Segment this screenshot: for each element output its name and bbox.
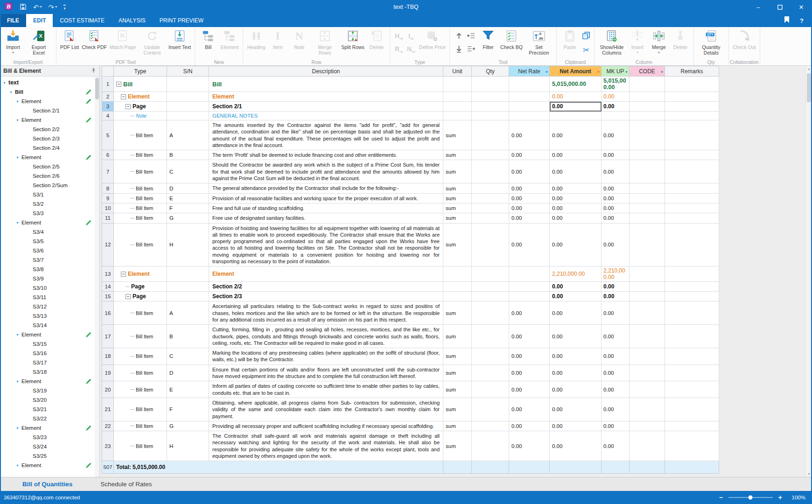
tree-expand-icon[interactable]: ▼	[3, 81, 8, 84]
cell-mkup[interactable]: 0.00	[602, 213, 630, 223]
cell-remarks[interactable]	[665, 282, 719, 292]
cell-description[interactable]: The amounts inserted by the Contractor a…	[209, 120, 443, 150]
cell-sn[interactable]: F	[167, 398, 209, 421]
sidebar-item-s3-2-13[interactable]: S3/2	[0, 199, 95, 209]
tree-expand-icon[interactable]: ▼	[16, 333, 21, 336]
bottom-tab-bill-of-quantities[interactable]: Bill of Quantities	[22, 481, 72, 488]
filter-button[interactable]: Filter	[477, 28, 499, 51]
cell-description[interactable]: Section 2/1	[209, 102, 443, 112]
row-number[interactable]: 11	[102, 213, 114, 223]
cell-mkup[interactable]: 0.00	[602, 431, 630, 461]
cell-type[interactable]: Page	[114, 282, 167, 292]
cell-type[interactable]: Bill Item	[114, 381, 167, 398]
cell-net-rate[interactable]: 0.00	[509, 431, 550, 461]
cell-mkup[interactable]: 0.00	[602, 120, 630, 150]
cell-code[interactable]	[630, 364, 665, 381]
cell-net-rate[interactable]: 0.00	[509, 325, 550, 348]
cell-net-amount[interactable]: 5,015,000.00	[550, 77, 602, 92]
cell-type[interactable]: Bill Item	[114, 364, 167, 381]
cell-sn[interactable]: E	[167, 193, 209, 203]
cell-qty[interactable]	[472, 92, 509, 102]
sidebar-item-s3-15-28[interactable]: S3/15	[0, 339, 95, 349]
cell-remarks[interactable]	[665, 160, 719, 183]
sidebar-item-s3-21-35[interactable]: S3/21	[0, 405, 95, 414]
cell-mkup[interactable]: 5,015,000.00	[602, 77, 630, 92]
cell-sn[interactable]: F	[167, 203, 209, 213]
table-vertical-scrollbar[interactable]: ▲ ▼	[805, 66, 812, 477]
cell-net-rate[interactable]	[509, 282, 550, 292]
row-number[interactable]: 7	[102, 160, 114, 183]
cell-code[interactable]	[630, 102, 665, 112]
cell-sn[interactable]: A	[167, 301, 209, 325]
cell-net-amount[interactable]: 0.00	[550, 325, 602, 348]
set-precision-button[interactable]: .0.00Set Precision	[524, 28, 554, 56]
sidebar-scrollbar[interactable]	[95, 77, 99, 477]
cell-type[interactable]: Bill Item	[114, 160, 167, 183]
cell-code[interactable]	[630, 150, 665, 160]
cell-code[interactable]	[630, 77, 665, 92]
cell-net-rate[interactable]	[509, 112, 550, 120]
merge-button[interactable]: Merge▾	[648, 28, 670, 56]
cell-mkup[interactable]: 0.00	[602, 292, 630, 301]
cell-type[interactable]: −Element	[114, 266, 167, 282]
header-filter-arrow-icon[interactable]: ▸	[546, 69, 548, 73]
cell-type[interactable]: Bill Item	[114, 150, 167, 160]
cell-mkup[interactable]: 2,210,000.00	[602, 266, 630, 282]
sidebar-item-s3-23-38[interactable]: S3/23	[0, 433, 95, 442]
cell-remarks[interactable]	[665, 223, 719, 266]
column-header-type[interactable]: Type	[114, 66, 167, 77]
cell-description[interactable]: Section 2/2	[209, 282, 443, 292]
sidebar-item-s3-4-16[interactable]: S3/4	[0, 227, 95, 237]
zoom-in-icon[interactable]: +	[778, 494, 782, 501]
cut-button[interactable]: ✂	[582, 45, 590, 55]
copy-button[interactable]	[582, 31, 590, 42]
cell-remarks[interactable]	[665, 213, 719, 223]
zoom-out-icon[interactable]: −	[719, 494, 723, 501]
cell-unit[interactable]: sum	[443, 325, 472, 348]
redo-icon[interactable]: ↷▾	[49, 4, 57, 11]
cell-qty[interactable]	[472, 398, 509, 421]
cell-remarks[interactable]	[665, 193, 719, 203]
cell-description[interactable]: The Contractor shall safe-guard all work…	[209, 431, 443, 461]
split-rows-button[interactable]: Split Rows	[340, 28, 366, 51]
outdent-button[interactable]	[465, 30, 476, 42]
cell-description[interactable]: Bill	[209, 77, 443, 92]
tree-expand-icon[interactable]: ▼	[9, 91, 15, 94]
cell-qty[interactable]	[472, 203, 509, 213]
edit-pencil-icon[interactable]	[85, 98, 91, 105]
cell-unit[interactable]: sum	[443, 364, 472, 381]
tree-expand-icon[interactable]: ▼	[16, 156, 21, 159]
cell-qty[interactable]	[472, 223, 509, 266]
row-number[interactable]: 5	[102, 120, 114, 150]
save-icon[interactable]	[20, 3, 27, 11]
cell-remarks[interactable]	[665, 203, 719, 213]
sidebar-item-element-32[interactable]: ▼Element	[0, 377, 95, 386]
tree-expand-icon[interactable]: ▼	[16, 464, 21, 467]
cell-remarks[interactable]	[665, 150, 719, 160]
cell-description[interactable]: Element	[209, 266, 443, 282]
row-number[interactable]: 18	[102, 348, 114, 365]
cell-qty[interactable]	[472, 77, 509, 92]
sidebar-item-s3-13-25[interactable]: S3/13	[0, 311, 95, 321]
cell-net-rate[interactable]: 0.00	[509, 150, 550, 160]
cell-description[interactable]: Free and full use of standing scaffoldin…	[209, 203, 443, 213]
cell-description[interactable]: Providing all necessary proper and suffi…	[209, 421, 443, 431]
sidebar-item-element-8[interactable]: ▼Element	[0, 153, 95, 162]
row-number[interactable]: 21	[102, 398, 114, 421]
edit-pencil-icon[interactable]	[85, 332, 91, 339]
cell-type[interactable]: Bill Item	[114, 213, 167, 223]
cell-sn[interactable]	[167, 92, 209, 102]
row-number[interactable]: 13	[102, 266, 114, 282]
cell-type[interactable]: Bill Item	[114, 398, 167, 421]
cell-mkup[interactable]: 0.00	[602, 348, 630, 365]
cell-unit[interactable]: sum	[443, 381, 472, 398]
cell-qty[interactable]	[472, 183, 509, 193]
row-number[interactable]: 4	[102, 112, 114, 120]
edit-pencil-icon[interactable]	[85, 154, 91, 161]
cell-unit[interactable]: sum	[443, 120, 472, 150]
cell-qty[interactable]	[472, 301, 509, 325]
show-hide-columns-button[interactable]: Show/Hide Columns	[597, 28, 627, 56]
cell-sn[interactable]	[167, 282, 209, 292]
sidebar-item-s3-18-31[interactable]: S3/18	[0, 367, 95, 377]
cell-remarks[interactable]	[665, 325, 719, 348]
